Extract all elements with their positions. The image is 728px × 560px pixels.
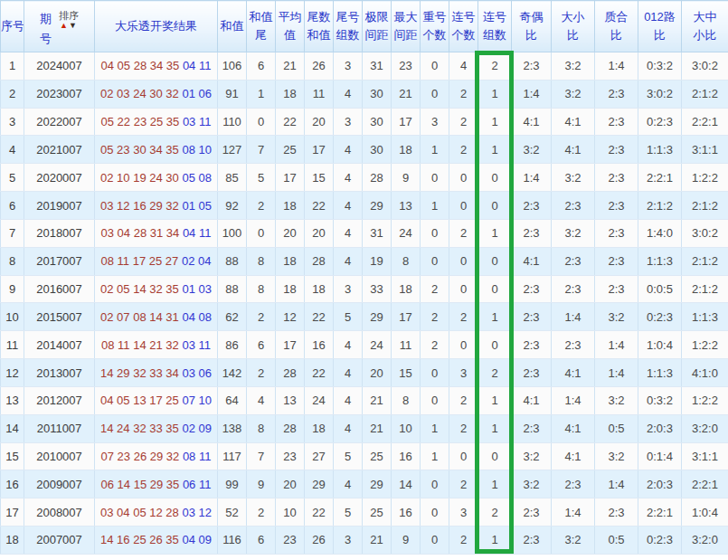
cell-sum: 127	[218, 136, 247, 164]
cell-limit: 29	[363, 192, 392, 220]
column-header-avg: 平均值	[276, 1, 305, 52]
cell-limit: 31	[363, 52, 392, 81]
back-zone-numbers: 08 10	[179, 143, 212, 157]
cell-consec: 2	[449, 108, 478, 136]
cell-maxGap: 8	[392, 386, 421, 414]
cell-tailGroups: 5	[334, 303, 363, 331]
table-header: 序号期号排序▲▼大乐透开奖结果和值和值尾平均值尾数和值尾号组数极限间距最大间距重…	[1, 1, 728, 52]
cell-repeat: 1	[421, 442, 449, 470]
cell-repeat: 0	[421, 247, 449, 275]
cell-tailGroups: 3	[334, 275, 363, 303]
cell-limit: 25	[363, 498, 392, 527]
cell-consec: 2	[449, 136, 478, 164]
cell-avg: 17	[276, 331, 305, 359]
front-zone-numbers: 05 23 30 34 35	[100, 143, 179, 157]
cell-seq: 5	[1, 164, 24, 192]
sort-desc-icon[interactable]: ▼	[69, 21, 78, 30]
cell-result: 03 12 16 29 32 01 05	[95, 192, 218, 220]
cell-bigMidSmall: 2:1:2	[682, 275, 728, 303]
front-zone-numbers: 06 14 15 29 35	[101, 478, 180, 491]
cell-seq: 6	[1, 192, 24, 220]
cell-result: 14 29 32 33 34 03 06	[95, 359, 218, 387]
cell-road012: 1:1:3	[638, 359, 682, 387]
cell-bigSmall: 4:1	[552, 136, 595, 164]
cell-oddEven: 1:4	[512, 80, 552, 108]
back-zone-numbers: 01 05	[179, 199, 212, 213]
cell-bigSmall: 1:4	[552, 498, 595, 527]
cell-bigMidSmall: 2:2:1	[682, 108, 728, 136]
cell-period: 2008007	[24, 498, 95, 527]
front-zone-numbers: 08 11 14 21 32	[101, 338, 179, 352]
cell-result: 04 05 28 34 35 04 11	[95, 52, 218, 81]
sort-asc-icon[interactable]: ▲	[60, 21, 69, 30]
cell-result: 03 04 05 12 28 03 12	[95, 498, 218, 527]
table-row: 3202200705 22 23 25 35 03 11110022203301…	[1, 108, 728, 136]
sort-control[interactable]: 排序▲▼	[59, 10, 79, 30]
cell-limit: 28	[363, 164, 392, 192]
table-row: 8201700708 11 17 25 27 02 04888182841980…	[1, 247, 728, 275]
cell-maxGap: 16	[392, 442, 421, 470]
cell-bigSmall: 2:3	[552, 331, 595, 359]
cell-repeat: 1	[421, 136, 449, 164]
cell-oddEven: 4:1	[512, 386, 552, 414]
cell-maxGap: 17	[392, 303, 421, 331]
cell-consec: 2	[449, 470, 478, 498]
cell-consec: 2	[449, 527, 478, 555]
cell-period: 2007007	[24, 527, 95, 555]
back-zone-numbers: 04 08	[179, 310, 212, 324]
cell-limit: 29	[363, 303, 392, 331]
cell-tailGroups: 4	[334, 219, 363, 247]
cell-consec: 0	[449, 247, 478, 275]
cell-sumTail: 2	[247, 498, 276, 527]
cell-primeComp: 0:5	[595, 527, 638, 555]
cell-tailGroups: 4	[334, 136, 363, 164]
cell-consec: 0	[449, 331, 478, 359]
cell-seq: 3	[1, 108, 24, 136]
cell-sumTail: 1	[247, 80, 276, 108]
cell-tailSum: 22	[305, 498, 334, 527]
cell-repeat: 0	[421, 470, 449, 498]
cell-road012: 1:1:3	[638, 136, 682, 164]
cell-tailGroups: 4	[334, 164, 363, 192]
cell-consecGroups: 1	[478, 527, 512, 555]
cell-sumTail: 8	[247, 275, 276, 303]
back-zone-numbers: 02 09	[179, 422, 212, 435]
cell-bigMidSmall: 4:1:0	[682, 359, 728, 387]
cell-sumTail: 4	[247, 386, 276, 414]
back-zone-numbers: 01 03	[179, 282, 212, 296]
cell-avg: 23	[276, 442, 305, 470]
front-zone-numbers: 03 12 16 29 32	[100, 199, 179, 213]
cell-result: 14 16 25 26 35 04 09	[95, 527, 218, 555]
cell-repeat: 1	[421, 192, 449, 220]
cell-repeat: 3	[421, 108, 449, 136]
cell-bigSmall: 1:4	[552, 303, 595, 331]
cell-oddEven: 2:3	[512, 192, 552, 220]
column-header-tailSum: 尾数和值	[305, 1, 334, 52]
cell-result: 07 23 26 29 32 08 11	[95, 442, 218, 470]
cell-avg: 17	[276, 164, 305, 192]
cell-bigSmall: 4:1	[552, 108, 595, 136]
cell-limit: 19	[363, 247, 392, 275]
column-header-maxGap: 最大间距	[392, 1, 421, 52]
cell-repeat: 0	[421, 164, 449, 192]
cell-maxGap: 13	[392, 192, 421, 220]
cell-maxGap: 9	[392, 527, 421, 555]
period-header-label: 号	[40, 29, 52, 49]
cell-primeComp: 2:3	[595, 219, 638, 247]
cell-period: 2018007	[24, 219, 95, 247]
cell-bigMidSmall: 3:1:1	[682, 442, 728, 470]
cell-seq: 17	[1, 498, 24, 527]
cell-result: 08 11 14 21 32 03 11	[95, 331, 218, 359]
cell-avg: 10	[276, 498, 305, 527]
cell-period: 2012007	[24, 386, 95, 414]
cell-tailSum: 22	[305, 192, 334, 220]
cell-bigMidSmall: 2:1:2	[682, 192, 728, 220]
column-header-sumTail: 和值尾	[247, 1, 276, 52]
cell-tailSum: 11	[305, 80, 334, 108]
cell-maxGap: 15	[392, 359, 421, 387]
cell-bigMidSmall: 3:1:1	[682, 136, 728, 164]
cell-bigSmall: 4:1	[552, 359, 595, 387]
cell-primeComp: 2:3	[595, 192, 638, 220]
cell-bigSmall: 2:3	[552, 192, 595, 220]
cell-seq: 7	[1, 219, 24, 247]
